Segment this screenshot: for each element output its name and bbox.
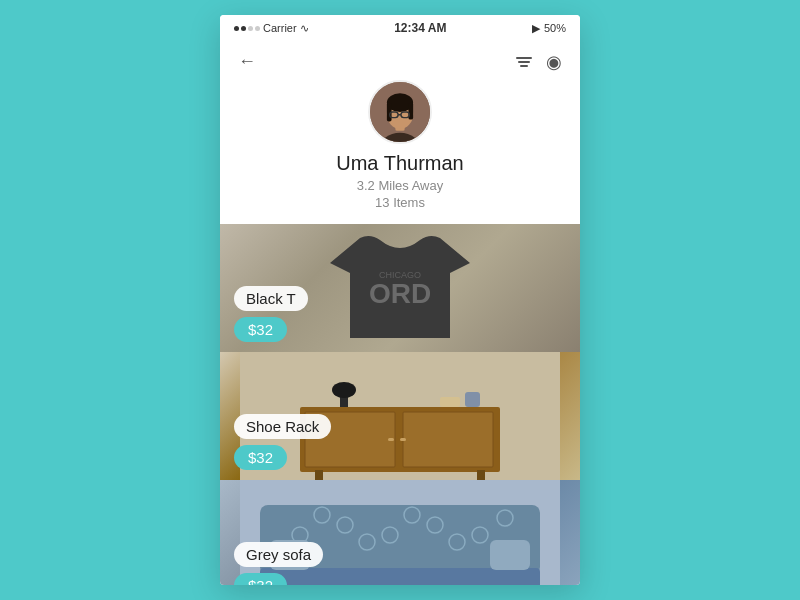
profile-name: Uma Thurman	[336, 152, 463, 175]
avatar	[368, 80, 432, 144]
profile-distance: 3.2 Miles Away	[357, 178, 443, 193]
listing-price-tshirt: $32	[234, 317, 287, 342]
svg-point-22	[332, 382, 356, 398]
listing-title-shoerack: Shoe Rack	[234, 414, 331, 439]
header-right-actions: ◉	[516, 51, 562, 73]
phone-frame: Carrier ∿ 12:34 AM ▶ 50% ← ◉	[220, 15, 580, 585]
dot2	[241, 26, 246, 31]
time-display: 12:34 AM	[394, 21, 446, 35]
battery-area: ▶ 50%	[532, 22, 566, 35]
listing-title-tshirt: Black T	[234, 286, 308, 311]
filter-line-2	[518, 61, 530, 63]
listing-overlay-tshirt: Black T $32	[220, 276, 580, 352]
dot1	[234, 26, 239, 31]
profile-header: ← ◉	[220, 39, 580, 224]
listing-item-tshirt[interactable]: ORD CHICAGO Black T $32	[220, 224, 580, 352]
battery-text: 50%	[544, 22, 566, 34]
listing-price-shoerack: $32	[234, 445, 287, 470]
signal-area: Carrier ∿	[234, 22, 309, 35]
status-bar: Carrier ∿ 12:34 AM ▶ 50%	[220, 15, 580, 39]
back-button[interactable]: ←	[238, 49, 262, 74]
location-arrow-icon: ▶	[532, 22, 540, 35]
profile-items-count: 13 Items	[375, 195, 425, 210]
listing-price-sofa: $32	[234, 573, 287, 585]
filter-button[interactable]	[516, 57, 532, 67]
avatar-image	[370, 82, 430, 142]
location-pin-icon[interactable]: ◉	[546, 51, 562, 73]
listing-item-shoerack[interactable]: Shoe Rack $32	[220, 352, 580, 480]
filter-line-3	[520, 65, 528, 67]
listing-overlay-shoerack: Shoe Rack $32	[220, 404, 580, 480]
listings-container: ORD CHICAGO Black T $32	[220, 224, 580, 585]
filter-line-1	[516, 57, 532, 59]
listing-title-sofa: Grey sofa	[234, 542, 323, 567]
listing-item-sofa[interactable]: Grey sofa $32	[220, 480, 580, 585]
listing-overlay-sofa: Grey sofa $32	[220, 532, 580, 585]
dot3	[248, 26, 253, 31]
dot4	[255, 26, 260, 31]
signal-dots	[234, 26, 260, 31]
header-icons-row: ← ◉	[238, 49, 562, 74]
wifi-icon: ∿	[300, 22, 309, 35]
carrier-text: Carrier	[263, 22, 297, 34]
